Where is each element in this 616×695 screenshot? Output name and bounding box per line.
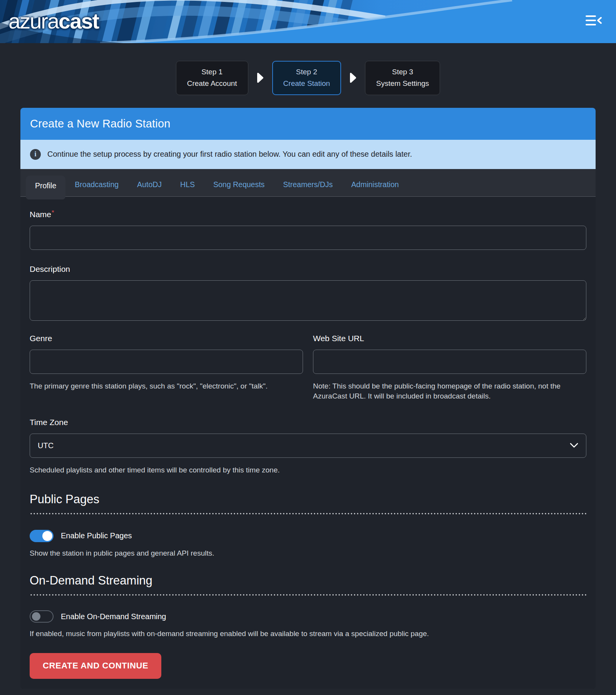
info-icon: i (30, 149, 41, 160)
genre-input[interactable] (30, 350, 303, 374)
tab-autodj[interactable]: AutoDJ (128, 174, 171, 196)
timezone-selected-value: UTC (38, 441, 54, 450)
name-label: Name* (30, 209, 586, 219)
timezone-label: Time Zone (30, 418, 586, 427)
timezone-field-group: Time Zone UTC Scheduled playlists and ot… (30, 418, 586, 476)
genre-label: Genre (30, 334, 303, 343)
step-label: Create Account (187, 78, 237, 89)
enable-on-demand-label: Enable On-Demand Streaming (61, 612, 166, 621)
description-input[interactable] (30, 280, 586, 321)
tab-bar: Profile Broadcasting AutoDJ HLS Song Req… (20, 169, 596, 197)
name-input[interactable] (30, 226, 586, 250)
tab-streamers-djs[interactable]: Streamers/DJs (274, 174, 342, 196)
name-field-group: Name* (30, 209, 586, 250)
step-label: System Settings (376, 78, 429, 89)
description-label: Description (30, 265, 586, 274)
website-url-label: Web Site URL (313, 334, 586, 343)
chevron-down-icon (570, 443, 578, 448)
step-arrow-icon (350, 72, 357, 83)
logo-text-light: azura (8, 9, 59, 33)
wizard-step-system-settings[interactable]: Step 3 System Settings (365, 61, 440, 95)
info-alert: i Continue the setup process by creating… (20, 140, 596, 169)
website-url-input[interactable] (313, 350, 586, 374)
card-header: Create a New Radio Station (20, 108, 596, 140)
website-url-help-text: Note: This should be the public-facing h… (313, 381, 586, 402)
sidebar-toggle-button[interactable] (584, 12, 603, 29)
genre-help-text: The primary genre this station plays, su… (30, 381, 303, 392)
tab-hls[interactable]: HLS (171, 174, 204, 196)
tab-song-requests[interactable]: Song Requests (204, 174, 274, 196)
website-field-group: Web Site URL Note: This should be the pu… (313, 334, 586, 402)
on-demand-heading: On-Demand Streaming (30, 574, 586, 588)
app-header: azuracast (0, 0, 616, 43)
genre-website-row: Genre The primary genre this station pla… (30, 334, 586, 402)
tab-administration[interactable]: Administration (342, 174, 408, 196)
on-demand-help-text: If enabled, music from playlists with on… (30, 629, 586, 639)
logo-text-bold: cast (59, 9, 99, 33)
page-title: Create a New Radio Station (30, 117, 586, 130)
genre-field-group: Genre The primary genre this station pla… (30, 334, 303, 402)
step-number: Step 3 (376, 66, 429, 78)
public-pages-toggle-row: Enable Public Pages (30, 530, 586, 542)
azuracast-logo: azuracast (8, 8, 99, 33)
menu-collapse-icon (585, 14, 603, 27)
info-alert-text: Continue the setup process by creating y… (47, 150, 412, 159)
profile-tab-panel: Name* Description Genre The primary genr… (20, 197, 596, 689)
step-label: Create Station (283, 78, 330, 89)
create-station-card: Create a New Radio Station i Continue th… (20, 108, 596, 689)
description-field-group: Description (30, 265, 586, 321)
step-number: Step 1 (187, 66, 237, 78)
setup-wizard: Step 1 Create Account Step 2 Create Stat… (0, 61, 616, 95)
public-pages-heading: Public Pages (30, 492, 586, 506)
enable-public-pages-toggle[interactable] (30, 530, 54, 542)
wizard-step-create-station[interactable]: Step 2 Create Station (272, 61, 341, 95)
tab-profile[interactable]: Profile (26, 176, 65, 199)
create-and-continue-button[interactable]: CREATE AND CONTINUE (30, 653, 161, 679)
tab-broadcasting[interactable]: Broadcasting (65, 174, 128, 196)
dotted-divider (30, 594, 586, 596)
public-pages-help-text: Show the station in public pages and gen… (30, 548, 586, 559)
toggle-knob (42, 531, 52, 541)
step-arrow-icon (257, 72, 264, 83)
toggle-knob (32, 612, 40, 621)
on-demand-toggle-row: Enable On-Demand Streaming (30, 610, 586, 623)
required-asterisk: * (52, 209, 54, 216)
wizard-step-create-account[interactable]: Step 1 Create Account (176, 61, 248, 95)
dotted-divider (30, 513, 586, 514)
enable-on-demand-toggle[interactable] (30, 610, 54, 623)
step-number: Step 2 (283, 66, 330, 78)
timezone-select[interactable]: UTC (30, 434, 586, 458)
enable-public-pages-label: Enable Public Pages (61, 531, 132, 540)
timezone-help-text: Scheduled playlists and other timed item… (30, 465, 586, 476)
